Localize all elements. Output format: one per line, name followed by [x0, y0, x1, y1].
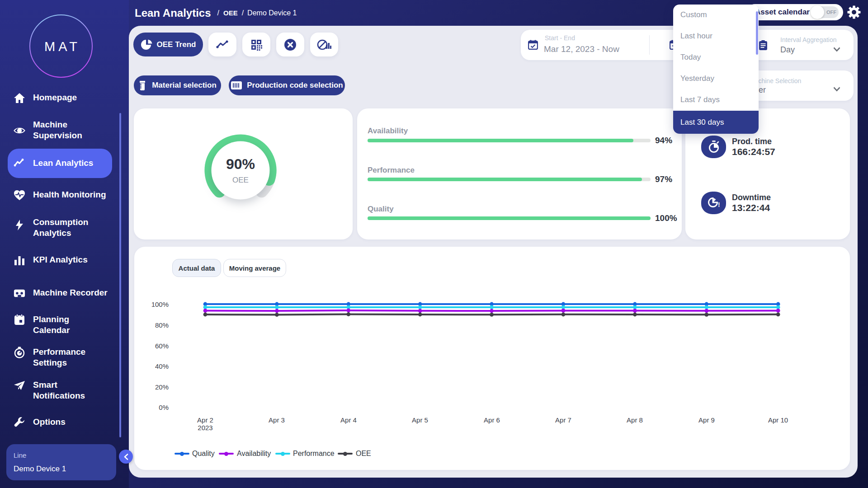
svg-text:OEE: OEE: [232, 176, 249, 184]
svg-text:!: !: [718, 201, 720, 208]
svg-text:90%: 90%: [226, 156, 255, 172]
svg-text:MAT: MAT: [44, 39, 80, 54]
